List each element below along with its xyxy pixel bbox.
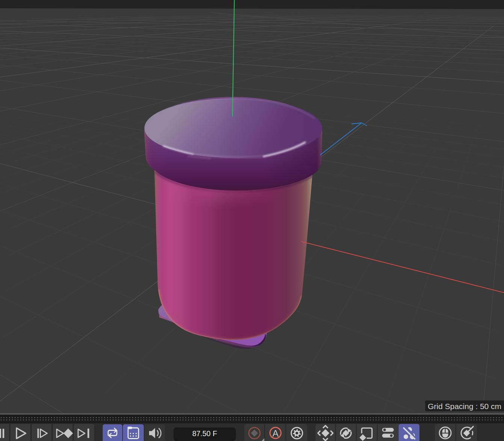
svg-text:Grid Spacing : 50 cm: Grid Spacing : 50 cm bbox=[428, 402, 501, 411]
svg-text:87.50 F: 87.50 F bbox=[192, 429, 217, 438]
svg-text:A: A bbox=[272, 428, 278, 438]
